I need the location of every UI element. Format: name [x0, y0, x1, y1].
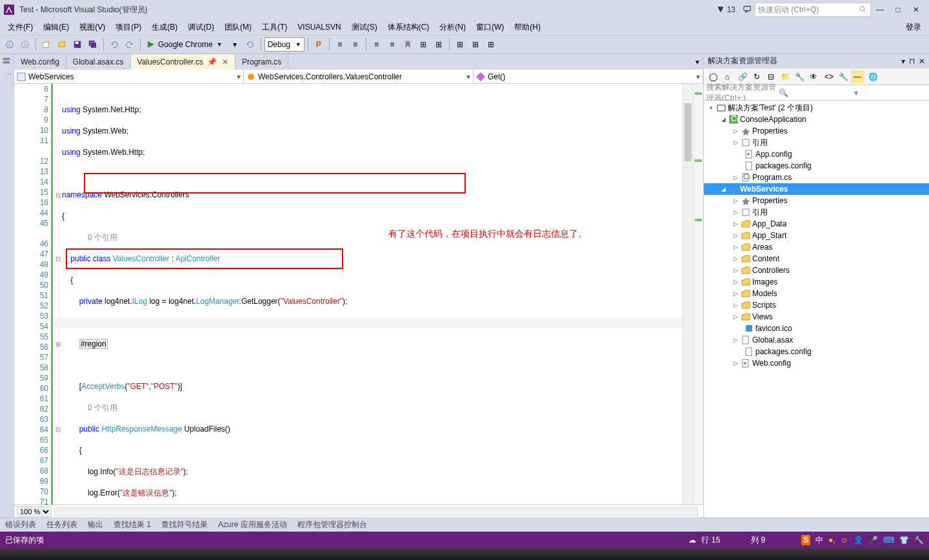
tray-7[interactable]: 🔧 [914, 535, 924, 545]
solution-header[interactable]: 解决方案资源管理器 ▾ ⊓ ✕ [704, 54, 929, 68]
tree-web-webconfig[interactable]: ▷Web.config [704, 357, 929, 369]
refresh-icon[interactable]: ↻ [750, 70, 763, 83]
btab-tasks[interactable]: 任务列表 [41, 518, 83, 532]
solution-search[interactable]: 搜索解决方案资源管理器(Ctrl+;) 🔍 ▾ [704, 85, 929, 101]
menu-debug[interactable]: 调试(D) [183, 22, 219, 33]
close-icon[interactable]: ✕ [919, 57, 925, 66]
menu-team[interactable]: 团队(M) [219, 22, 257, 33]
maximize-button[interactable]: □ [889, 3, 907, 16]
tree-web-areas[interactable]: ▷Areas [704, 241, 929, 253]
code-editor[interactable]: 67891011 12131415164445 4647484950515253… [14, 84, 703, 505]
open-file[interactable] [55, 37, 69, 52]
tb-3[interactable]: ⊞ [453, 37, 467, 52]
nav-fwd[interactable] [18, 37, 32, 52]
menu-view[interactable]: 视图(V) [74, 22, 110, 33]
highlight-icon[interactable]: — [851, 70, 864, 83]
tb-1[interactable]: ⊞ [416, 37, 430, 52]
preview-icon[interactable]: 👁 [807, 70, 820, 83]
menu-visualsvn[interactable]: VISUALSVN [292, 23, 346, 32]
menu-build[interactable]: 生成(B) [146, 22, 183, 33]
tab-overflow[interactable]: ▾ [692, 54, 703, 70]
minimize-button[interactable]: — [871, 3, 889, 16]
tree-web-controllers[interactable]: ▷Controllers [704, 265, 929, 276]
tree-solution[interactable]: ▾解决方案'Test' (2 个项目) [704, 102, 929, 114]
btab-find1[interactable]: 查找结果 1 [108, 518, 156, 532]
nav-class[interactable]: WebServices.Controllers.ValuesController… [244, 70, 474, 83]
tray-6[interactable]: 👕 [899, 535, 909, 545]
close-icon[interactable]: ✕ [222, 57, 228, 66]
comment[interactable]: ≡ [370, 37, 384, 52]
menu-edit[interactable]: 编辑(E) [38, 22, 74, 33]
tree-web-favicon[interactable]: favicon.ico [704, 323, 929, 334]
menu-tools[interactable]: 工具(T) [257, 22, 292, 33]
save[interactable] [70, 37, 85, 52]
sign-in[interactable]: 登录 [906, 22, 926, 33]
tree-web-packages[interactable]: packages.config [704, 346, 929, 357]
tb-5[interactable]: ⊞ [484, 37, 498, 52]
nav-namespace[interactable]: WebServices ▾ [14, 70, 244, 83]
tab-web-config[interactable]: Web.config [14, 54, 66, 70]
tree-webservices[interactable]: ◢WebServices [704, 183, 929, 195]
save-all[interactable] [86, 37, 100, 52]
bookmark[interactable] [401, 37, 415, 52]
p-icon[interactable]: P [312, 37, 326, 52]
tree-web-content[interactable]: ▷Content [704, 253, 929, 265]
menu-test[interactable]: 测试(S) [346, 22, 383, 33]
zoom-select[interactable]: 100 % [17, 506, 52, 517]
tree-web-appdata[interactable]: ▷App_Data [704, 218, 929, 230]
tab-values-controller[interactable]: ValuesController.cs📌✕ [131, 54, 236, 70]
tree-web-properties[interactable]: ▷Properties [704, 195, 929, 206]
dropdown-icon[interactable]: ▾ [901, 57, 905, 66]
close-button[interactable]: ✕ [907, 3, 925, 16]
taskbar[interactable] [0, 548, 929, 560]
menu-analyze[interactable]: 分析(N) [434, 22, 471, 33]
tray-1[interactable]: ●, [828, 535, 835, 545]
horizontal-scrollbar[interactable] [54, 507, 698, 516]
tree-console-program[interactable]: ▷C#Program.cs [704, 172, 929, 183]
pin-icon[interactable]: 📌 [207, 57, 217, 66]
menu-arch[interactable]: 体系结构(C) [383, 22, 435, 33]
tray-3[interactable]: 👤 [854, 535, 863, 545]
undo[interactable] [107, 37, 121, 52]
config-select[interactable]: Debug ▼ [265, 37, 305, 52]
tree-web-images[interactable]: ▷Images [704, 276, 929, 288]
solution-tree[interactable]: ▾解决方案'Test' (2 个项目) ◢C#ConsoleApplicatio… [704, 101, 929, 517]
menu-help[interactable]: 帮助(H) [509, 22, 546, 33]
tree-web-models[interactable]: ▷Models [704, 288, 929, 299]
tree-web-scripts[interactable]: ▷Scripts [704, 299, 929, 311]
tb-2[interactable]: ⊞ [432, 37, 446, 52]
btab-findsym[interactable]: 查找符号结果 [156, 518, 213, 532]
status-pub[interactable]: ☁ [688, 535, 696, 545]
tree-web-appstart[interactable]: ▷App_Start [704, 230, 929, 241]
wrench-icon[interactable]: 🔧 [837, 70, 850, 83]
nav-member[interactable]: Get() ▾ [474, 70, 703, 83]
tree-console-packages[interactable]: packages.config [704, 160, 929, 172]
ime-lang[interactable]: 中 [815, 535, 823, 546]
globe-icon[interactable]: 🌐 [866, 70, 879, 83]
start-debug[interactable]: Google Chrome ▼ [144, 40, 226, 49]
pin-icon[interactable]: ⊓ [909, 57, 915, 66]
vertical-scrollbar[interactable] [683, 84, 693, 505]
collapse-icon[interactable]: ⊟ [764, 70, 777, 83]
server-explorer-icon[interactable] [2, 57, 12, 67]
indent-right[interactable]: ≡ [348, 37, 363, 52]
refresh[interactable] [243, 37, 257, 52]
feedback-icon[interactable] [741, 5, 755, 15]
code-icon[interactable]: <> [823, 70, 835, 83]
show-all-icon[interactable]: 📁 [779, 70, 792, 83]
tray-2[interactable]: ☺ [841, 535, 848, 545]
tree-console-properties[interactable]: ▷Properties [704, 125, 929, 137]
indent-left[interactable]: ≡ [333, 37, 347, 52]
sync-icon[interactable]: 🔗 [736, 70, 749, 83]
tree-console[interactable]: ◢C#ConsoleApplication [704, 114, 929, 125]
home-icon[interactable]: ⌂ [721, 70, 734, 83]
toolbox-icon[interactable]: ⋮ [2, 71, 12, 81]
code-content[interactable]: using System.Net.Http; using System.Web;… [53, 84, 703, 505]
tray-5[interactable]: ⌨ [883, 535, 894, 545]
tab-program[interactable]: Program.cs [235, 54, 288, 70]
browser-menu[interactable]: ▾ [228, 37, 242, 52]
tree-web-global[interactable]: ▷Global.asax [704, 334, 929, 346]
new-project[interactable] [39, 37, 54, 52]
quick-launch[interactable]: 快速启动 (Ctrl+Q) [755, 3, 871, 17]
tab-global-asax[interactable]: Global.asax.cs [66, 54, 131, 70]
